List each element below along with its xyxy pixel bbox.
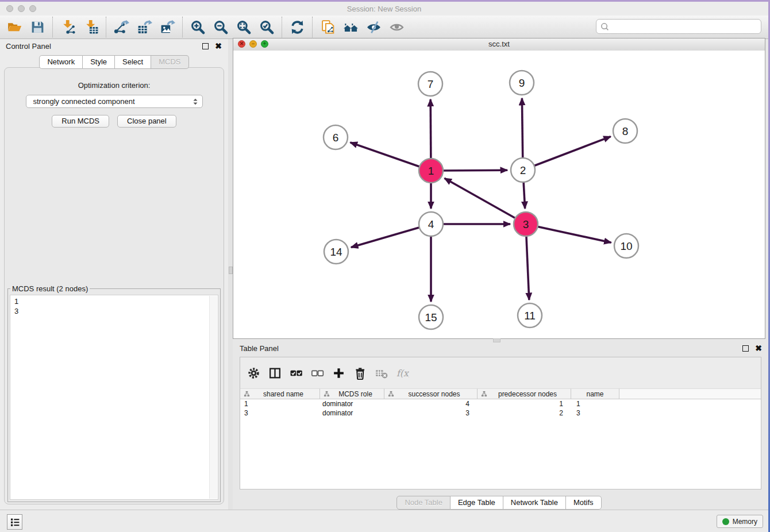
table-function-builder-button[interactable]: f(x) bbox=[394, 364, 411, 381]
svg-text:14: 14 bbox=[330, 246, 342, 258]
toolbar-zoom-out-button[interactable] bbox=[209, 17, 232, 37]
table-cell[interactable]: 1 bbox=[571, 399, 619, 408]
table-delete-table-button[interactable] bbox=[372, 364, 390, 381]
search-input[interactable] bbox=[610, 20, 761, 33]
toolbar-export-image-button[interactable] bbox=[156, 17, 179, 37]
graph-edge-3-1[interactable] bbox=[445, 178, 526, 224]
table-delete-column-button[interactable] bbox=[351, 364, 368, 381]
graph-node-1[interactable]: 1 bbox=[419, 159, 443, 183]
toolbar-import-table-button[interactable] bbox=[79, 17, 102, 37]
network-window-titlebar[interactable]: ✕ − + scc.txt bbox=[233, 38, 765, 51]
table-float-panel-icon[interactable] bbox=[742, 345, 749, 352]
tab-style[interactable]: Style bbox=[83, 55, 115, 69]
table-cell[interactable]: 3 bbox=[384, 408, 478, 418]
table-cell[interactable]: dominator bbox=[320, 399, 384, 408]
table-deselect-all-button[interactable] bbox=[309, 364, 326, 381]
tab-network[interactable]: Network bbox=[39, 55, 83, 69]
network-zoom-button[interactable]: + bbox=[261, 40, 268, 48]
graph-node-14[interactable]: 14 bbox=[324, 240, 348, 264]
tab-select[interactable]: Select bbox=[115, 55, 151, 69]
svg-text:3: 3 bbox=[523, 218, 529, 230]
table-cell[interactable]: 2 bbox=[478, 408, 571, 418]
toolbar-first-neighbors-button[interactable] bbox=[339, 17, 362, 37]
table-close-panel-icon[interactable]: ✖ bbox=[755, 345, 762, 352]
column-header-successor-nodes[interactable]: successor nodes bbox=[384, 388, 478, 399]
optimization-dropdown[interactable]: strongly connected component bbox=[26, 95, 203, 108]
column-header-name[interactable]: name bbox=[571, 388, 619, 399]
table-cell[interactable]: 3 bbox=[240, 408, 320, 418]
toolbar-zoom-selected-button[interactable] bbox=[255, 17, 278, 37]
graph-node-11[interactable]: 11 bbox=[518, 303, 542, 327]
toolbar-export-table-button[interactable] bbox=[133, 17, 156, 37]
split-grip-vertical[interactable] bbox=[229, 267, 233, 274]
result-scrollbar[interactable] bbox=[209, 296, 217, 499]
graph-node-2[interactable]: 2 bbox=[511, 158, 535, 182]
memory-button[interactable]: Memory bbox=[717, 515, 763, 528]
table-cell[interactable]: 1 bbox=[478, 399, 571, 408]
graph-edge-3-10[interactable] bbox=[526, 224, 611, 242]
graph-node-6[interactable]: 6 bbox=[324, 125, 348, 149]
table-cell[interactable]: 1 bbox=[240, 399, 320, 408]
network-graph[interactable]: 1234678910111415 bbox=[233, 51, 765, 338]
minimize-window-button[interactable] bbox=[18, 5, 25, 12]
graph-node-3[interactable]: 3 bbox=[514, 212, 538, 236]
run-mcds-button[interactable]: Run MCDS bbox=[52, 115, 109, 128]
table-select-all-button[interactable] bbox=[287, 364, 305, 381]
settings-icon bbox=[247, 367, 260, 380]
close-window-button[interactable] bbox=[6, 5, 13, 12]
toolbar-export-network-button[interactable] bbox=[110, 17, 133, 37]
tab-edge-table[interactable]: Edge Table bbox=[451, 496, 503, 510]
toolbar-separator bbox=[182, 17, 183, 37]
save-session-icon bbox=[30, 20, 45, 35]
float-panel-icon[interactable] bbox=[202, 43, 209, 49]
mcds-panel: Optimization criterion: strongly connect… bbox=[4, 67, 224, 504]
table-row[interactable]: 3dominator323 bbox=[240, 408, 761, 418]
toolbar-open-file-button[interactable] bbox=[3, 17, 26, 37]
zoom-window-button[interactable] bbox=[29, 5, 36, 12]
dropdown-chevrons-icon bbox=[190, 97, 201, 110]
toolbar-save-session-button[interactable] bbox=[26, 17, 49, 37]
table-cell[interactable]: 4 bbox=[384, 399, 478, 408]
toolbar-hide-selected-button[interactable] bbox=[362, 17, 385, 37]
toolbar-show-all-button[interactable] bbox=[385, 17, 408, 37]
graph-node-9[interactable]: 9 bbox=[510, 71, 534, 95]
toolbar-zoom-in-button[interactable] bbox=[186, 17, 209, 37]
column-header-MCDS-role[interactable]: MCDS role bbox=[320, 388, 384, 399]
close-panel-button[interactable]: Close panel bbox=[117, 115, 176, 128]
network-close-button[interactable]: ✕ bbox=[238, 40, 245, 48]
split-grip-horizontal[interactable] bbox=[493, 338, 500, 342]
mcds-result-title: MCDS result (2 nodes) bbox=[10, 284, 90, 293]
network-canvas[interactable]: 1234678910111415 bbox=[233, 51, 765, 338]
toolbar-zoom-fit-button[interactable] bbox=[232, 17, 255, 37]
tab-mcds[interactable]: MCDS bbox=[151, 55, 188, 69]
column-header-shared-name[interactable]: shared name bbox=[240, 388, 320, 399]
table-cell[interactable]: dominator bbox=[320, 408, 384, 418]
column-header-predecessor-nodes[interactable]: predecessor nodes bbox=[478, 388, 571, 399]
table-add-column-button[interactable] bbox=[330, 364, 347, 381]
table-row[interactable]: 1dominator411 bbox=[240, 399, 761, 408]
graph-node-4[interactable]: 4 bbox=[419, 212, 443, 236]
tab-motifs[interactable]: Motifs bbox=[566, 496, 602, 510]
clone-network-icon bbox=[320, 20, 336, 35]
toolbar-apply-layout-button[interactable] bbox=[286, 17, 309, 37]
split-divider-vertical[interactable] bbox=[228, 39, 233, 510]
graph-node-8[interactable]: 8 bbox=[613, 119, 637, 143]
toolbar-import-network-button[interactable] bbox=[56, 17, 79, 37]
graph-edge-1-6[interactable] bbox=[351, 142, 432, 171]
network-minimize-button[interactable]: − bbox=[249, 40, 257, 48]
main-toolbar bbox=[0, 16, 768, 39]
graph-edge-2-8[interactable] bbox=[523, 137, 611, 170]
toolbar-clone-network-button[interactable] bbox=[316, 17, 339, 37]
table-toggle-columns-button[interactable] bbox=[266, 364, 283, 381]
table-settings-button[interactable] bbox=[245, 364, 262, 381]
graph-node-15[interactable]: 15 bbox=[419, 305, 443, 329]
tab-node-table[interactable]: Node Table bbox=[396, 496, 451, 510]
task-history-button[interactable] bbox=[7, 514, 22, 530]
tab-network-table[interactable]: Network Table bbox=[503, 496, 566, 510]
graph-node-7[interactable]: 7 bbox=[418, 72, 442, 96]
zoom-fit-icon bbox=[236, 20, 252, 35]
close-panel-icon[interactable]: ✖ bbox=[215, 43, 222, 49]
table-cell[interactable]: 3 bbox=[571, 408, 619, 418]
graph-node-10[interactable]: 10 bbox=[614, 234, 638, 258]
search-box[interactable] bbox=[596, 19, 761, 34]
